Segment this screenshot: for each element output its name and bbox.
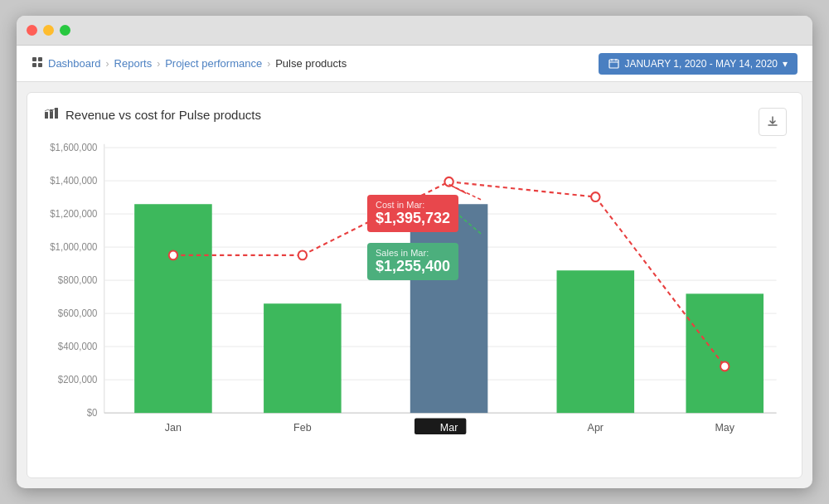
cost-dot-feb [298, 250, 307, 259]
cost-dot-jan [169, 250, 177, 259]
breadcrumb-current: Pulse products [275, 57, 347, 70]
x-label-jan: Jan [165, 421, 182, 434]
bar-jan [134, 204, 212, 413]
breadcrumb-sep-2: › [157, 58, 160, 70]
svg-rect-4 [609, 60, 618, 68]
date-range-label: JANUARY 1, 2020 - MAY 14, 2020 [624, 58, 778, 70]
svg-rect-8 [45, 112, 48, 119]
svg-text:$200,000: $200,000 [58, 374, 98, 385]
calendar-icon [608, 58, 619, 69]
content-panel: Revenue vs cost for Pulse products [27, 92, 802, 478]
nav-bar: Dashboard › Reports › Project performanc… [17, 46, 812, 82]
svg-text:$1,600,000: $1,600,000 [50, 142, 98, 153]
breadcrumb-reports[interactable]: Reports [114, 57, 153, 70]
x-label-mar: Mar [440, 421, 458, 434]
breadcrumb-project-performance[interactable]: Project performance [165, 57, 262, 70]
svg-text:$600,000: $600,000 [58, 308, 98, 318]
svg-rect-0 [32, 57, 36, 61]
svg-text:$400,000: $400,000 [58, 341, 98, 351]
date-range-button[interactable]: JANUARY 1, 2020 - MAY 14, 2020 ▾ [599, 53, 797, 75]
chevron-down-icon: ▾ [783, 58, 788, 70]
breadcrumb-dashboard[interactable]: Dashboard [48, 57, 101, 70]
svg-rect-3 [38, 63, 42, 67]
svg-rect-2 [32, 63, 36, 67]
breadcrumb: Dashboard › Reports › Project performanc… [32, 56, 347, 70]
x-label-feb: Feb [293, 421, 311, 434]
svg-text:$0: $0 [87, 407, 98, 418]
bar-apr [557, 270, 635, 413]
minimize-button[interactable] [43, 25, 54, 36]
svg-text:$800,000: $800,000 [58, 274, 98, 285]
maximize-button[interactable] [60, 25, 70, 36]
x-label-may: May [715, 421, 734, 434]
x-label-apr: Apr [588, 421, 604, 434]
chart-icon [44, 108, 59, 122]
bar-mar [410, 204, 488, 413]
cost-dot-may [720, 362, 729, 371]
bar-may [686, 293, 764, 413]
close-button[interactable] [27, 25, 37, 36]
chart-svg: $0 $200,000 $400,000 $600,000 $800,000 $… [44, 135, 785, 467]
title-bar [17, 16, 812, 46]
svg-text:$1,400,000: $1,400,000 [50, 175, 98, 186]
download-icon [766, 115, 779, 128]
svg-text:$1,200,000: $1,200,000 [50, 208, 98, 219]
cost-dot-apr [591, 192, 599, 201]
window: Dashboard › Reports › Project performanc… [17, 16, 812, 488]
breadcrumb-sep-3: › [267, 58, 270, 70]
bar-feb [264, 303, 342, 413]
dashboard-icon [32, 56, 43, 70]
breadcrumb-sep-1: › [106, 58, 109, 70]
download-button[interactable] [759, 108, 787, 136]
svg-rect-1 [38, 57, 42, 61]
chart-area: $0 $200,000 $400,000 $600,000 $800,000 $… [44, 135, 785, 467]
chart-title: Revenue vs cost for Pulse products [44, 108, 785, 122]
svg-rect-10 [55, 108, 58, 119]
traffic-lights [27, 25, 70, 36]
cost-line-mar-apr [449, 182, 596, 196]
svg-text:$1,000,000: $1,000,000 [50, 241, 98, 252]
